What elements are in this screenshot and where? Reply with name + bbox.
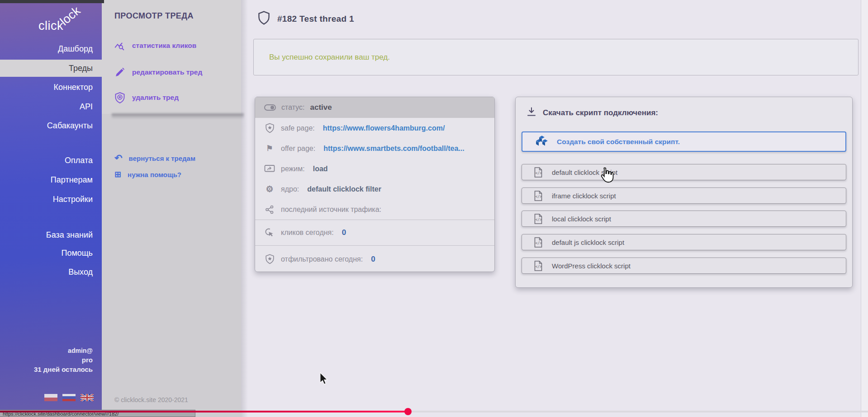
undo-arrow-icon: ↶ [114,153,123,164]
create-custom-script-button[interactable]: Создать свой собственный скрипт. [522,131,846,152]
code-file-icon: </> [534,167,543,178]
shield-x-icon [114,92,125,104]
menu-item-label: удалить тред [132,94,179,102]
sidebar-item-help[interactable]: Помощь [0,244,102,262]
flag-icon: ⚑ [264,144,275,153]
panel-shadow [241,0,248,417]
offer-page-link[interactable]: https://www.smartbets.com/football/tea..… [323,145,464,153]
page-title: #182 Test thread 1 [277,14,354,24]
status-value: active [310,103,332,112]
menu-item-label: редактировать тред [132,68,202,76]
cubes-icon [535,135,549,149]
download-script-card: Скачать скрипт подключения: Создать свой… [515,97,853,288]
panel-shadow [112,113,244,119]
poland-flag-icon[interactable] [44,394,57,401]
code-file-icon: </> [534,213,543,225]
download-icon [526,107,536,119]
main-content: #182 Test thread 1 Вы успешно сохранили … [241,0,868,417]
screen-share-icon [264,164,275,173]
script-button-wordpress[interactable]: </> WordPress clicklock script [522,258,846,274]
download-card-header: Скачать скрипт подключения: [526,107,658,119]
code-file-icon: </> [534,190,543,201]
mode-value: load [313,165,328,173]
button-label: WordPress clicklock script [552,262,631,270]
pencil-icon [114,67,125,78]
need-help-link[interactable]: ⊞ нужна помощь? [114,169,181,180]
link-label: вернуться к тредам [129,155,195,162]
window-top-strip [0,0,104,3]
sidebar-item-knowledge-base[interactable]: База знаний [0,226,102,244]
thread-menu-panel: ПРОСМОТР ТРЕДА статистика кликов редакти… [102,0,241,417]
stat-row-filtered-today: отфильтровано сегодня: 0 [255,245,494,272]
shield-icon [258,11,270,27]
code-file-icon: </> [534,237,543,248]
shield-star-icon [264,254,275,264]
sidebar-item-settings[interactable]: Настройки [0,191,102,208]
menu-item-click-stats[interactable]: статистика кликов [114,39,196,52]
success-alert-text: Вы успешно сохранили ваш тред. [269,53,390,62]
svg-text:</>: </> [536,195,542,199]
share-icon [264,205,275,214]
script-button-local[interactable]: </> local clicklock script [522,211,846,227]
status-row-last-traffic-source: последний источник трафика: [255,199,494,220]
copyright-text: © clicklock.site 2020-2021 [114,396,188,403]
toggle-icon[interactable] [264,104,276,111]
button-label: local clicklock script [552,215,611,223]
menu-item-delete-thread[interactable]: удалить тред [114,91,179,104]
stat-row-clicks-today: кликов сегодня: 0 [255,220,494,245]
link-label: нужна помощь? [128,171,181,178]
click-icon [264,228,275,238]
filtered-today-value: 0 [371,255,375,264]
sidebar-item-threads[interactable]: Треды [0,60,102,77]
svg-text:</>: </> [536,241,542,245]
status-row-core: ⚙ ядро: default clicklock filter [255,179,494,199]
button-label: Создать свой собственный скрипт. [557,138,680,146]
status-label: статус: [281,103,304,112]
script-button-iframe[interactable]: </> iframe clicklock script [522,187,846,204]
video-progress-fill [0,411,408,412]
scrollbar[interactable] [861,0,868,417]
menu-item-edit-thread[interactable]: редактировать тред [114,66,202,79]
russia-flag-icon[interactable] [62,394,76,401]
account-plan-badge: pro [0,356,102,364]
thread-status-card: статус: active safe page: https://www.fl… [255,97,495,272]
status-row-safe-page: safe page: https://www.flowers4hamburg.c… [255,118,494,138]
svg-text:</>: </> [536,218,542,222]
back-to-threads-link[interactable]: ↶ вернуться к тредам [114,153,195,164]
account-days-left: 31 дней осталось [0,365,102,373]
status-row-offer-page: ⚑ offer page: https://www.smartbets.com/… [255,138,494,159]
download-card-title: Скачать скрипт подключения: [543,108,658,117]
account-email: admin@ [0,347,102,354]
script-button-default-js[interactable]: </> default js clicklock script [522,234,846,250]
menu-item-label: статистика кликов [132,42,196,50]
status-card-header: статус: active [255,97,494,118]
script-button-default[interactable]: </> default clicklock script [522,164,846,180]
logo-text-click: click [38,19,63,33]
stats-search-icon [114,40,125,51]
sidebar-item-logout[interactable]: Выход [0,263,102,281]
code-file-icon: </> [534,260,543,272]
sidebar-item-payment[interactable]: Оплата [0,152,102,169]
button-label: default js clicklock script [552,239,624,246]
shield-star-icon [264,123,275,133]
button-label: default clicklock script [552,169,617,176]
thread-menu-title: ПРОСМОТР ТРЕДА [114,11,194,21]
video-progress-bar[interactable] [0,411,868,412]
uk-flag-icon[interactable] [81,394,94,401]
sidebar-item-dashboard[interactable]: Дашборд [0,40,102,57]
language-switcher [44,394,94,401]
video-progress-knob[interactable] [404,408,412,415]
success-alert: Вы успешно сохранили ваш тред. [253,39,859,75]
core-value: default clicklock filter [307,185,381,193]
clicks-today-value: 0 [342,228,346,237]
sidebar-item-partners[interactable]: Партнерам [0,171,102,188]
svg-text:</>: </> [536,265,542,269]
sidebar-item-connector[interactable]: Коннектор [0,79,102,96]
status-row-mode: режим: load [255,159,494,179]
sidebar-item-subaccounts[interactable]: Сабакаунты [0,117,102,134]
safe-page-link[interactable]: https://www.flowers4hamburg.com/ [323,124,445,132]
clicklock-logo: click lock [36,10,99,42]
sidebar-item-api[interactable]: API [0,98,102,115]
page-header: #182 Test thread 1 [258,11,354,27]
svg-text:</>: </> [536,171,542,175]
